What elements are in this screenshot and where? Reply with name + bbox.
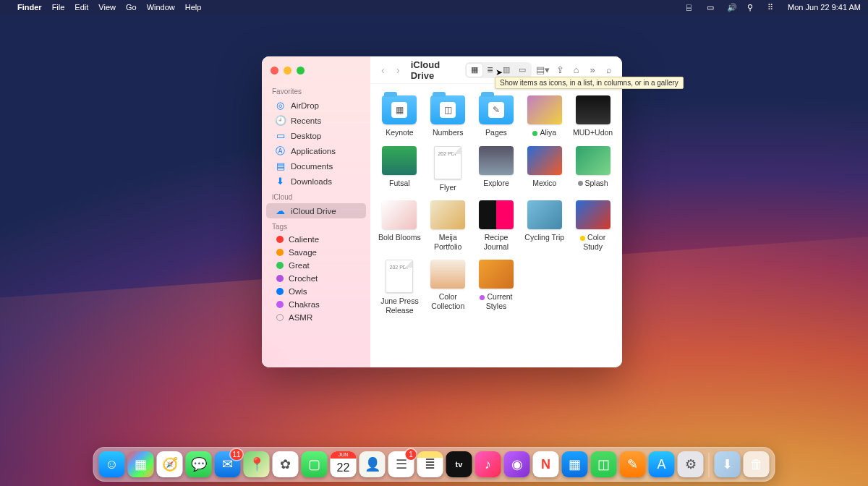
maximize-button[interactable]: [297, 67, 305, 74]
dock-safari[interactable]: 🧭: [157, 451, 183, 477]
file-item[interactable]: Color Study: [569, 199, 616, 252]
sidebar-item-desktop[interactable]: ▭Desktop: [266, 128, 366, 143]
tag-button[interactable]: ⌂: [570, 63, 582, 77]
file-item[interactable]: ◫Numbers: [425, 94, 472, 139]
forward-button[interactable]: ›: [393, 62, 404, 78]
dock-finder[interactable]: ☺: [99, 451, 125, 477]
dock-messages[interactable]: 💬: [186, 451, 212, 477]
gallery-view-button[interactable]: ▭: [514, 64, 530, 77]
dock-music[interactable]: ♪: [475, 451, 501, 477]
menu-go[interactable]: Go: [126, 3, 137, 12]
cloud-icon: ☁: [275, 205, 286, 216]
sidebar-item-great[interactable]: Great: [266, 259, 366, 272]
minimize-button[interactable]: [284, 67, 292, 74]
sidebar-item-caliente[interactable]: Caliente: [266, 233, 366, 246]
dock-facetime[interactable]: ▢: [302, 451, 328, 477]
sidebar-item-chakras[interactable]: Chakras: [266, 298, 366, 311]
icon-view-button[interactable]: ▦: [467, 64, 482, 77]
group-by-button[interactable]: ▤▾: [536, 63, 550, 77]
menubar-clock[interactable]: Mon Jun 22 9:41 AM: [788, 3, 861, 12]
back-button[interactable]: ‹: [378, 62, 388, 78]
file-item[interactable]: Mexico: [521, 145, 568, 194]
file-item[interactable]: Color Collection: [425, 258, 472, 316]
sidebar-item-applications[interactable]: ⒶApplications: [266, 143, 366, 158]
volume-icon[interactable]: 🔊: [727, 3, 737, 12]
contacts-icon: 👤: [365, 456, 380, 472]
dock-calendar[interactable]: JUN22: [331, 451, 357, 477]
dock-maps[interactable]: 📍: [244, 451, 270, 477]
sidebar-item-airdrop[interactable]: ◎AirDrop: [266, 98, 366, 113]
file-thumbnail: 202 PDF: [434, 146, 461, 179]
file-item[interactable]: MUD+Udon: [569, 94, 616, 139]
file-name: Keynote: [386, 128, 414, 137]
menu-help[interactable]: Help: [185, 3, 202, 12]
file-thumbnail: [479, 200, 514, 229]
sidebar-item-recents[interactable]: 🕘Recents: [266, 113, 366, 128]
dock-settings[interactable]: ⚙: [678, 451, 704, 477]
wifi-icon[interactable]: ⚲: [747, 3, 757, 12]
close-button[interactable]: [271, 67, 278, 74]
file-item[interactable]: Recipe Journal: [473, 199, 520, 252]
finder-sidebar: Favorites◎AirDrop🕘Recents▭DesktopⒶApplic…: [262, 56, 370, 367]
menu-file[interactable]: File: [52, 3, 65, 12]
dock-reminders[interactable]: ☰1: [388, 451, 414, 477]
dock-tv[interactable]: tv: [446, 451, 472, 477]
file-item[interactable]: Current Styles: [473, 258, 520, 316]
dock-mail[interactable]: ✉11: [215, 451, 241, 477]
file-item[interactable]: 202 PDFFlyer: [425, 145, 472, 194]
sidebar-item-downloads[interactable]: ⬇Downloads: [266, 174, 366, 189]
dock-notes[interactable]: ≣: [417, 451, 443, 477]
search-button[interactable]: ⌕: [603, 63, 615, 77]
facetime-icon: ▢: [308, 456, 320, 472]
app-name[interactable]: Finder: [17, 3, 42, 12]
dock-trash[interactable]: 🗑: [744, 451, 770, 477]
tag-dot-icon: [276, 288, 284, 295]
more-button[interactable]: »: [587, 63, 599, 77]
file-thumbnail: [576, 200, 610, 229]
file-item[interactable]: 202 PDFJune Press Release: [376, 258, 423, 316]
dock-keynote[interactable]: ▦: [562, 451, 588, 477]
folder-app-icon: ▦: [391, 102, 407, 118]
dock-news[interactable]: N: [533, 451, 559, 477]
file-item[interactable]: Cycling Trip: [521, 199, 568, 252]
file-item[interactable]: Bold Blooms: [376, 199, 423, 252]
status-dot-icon: [578, 181, 583, 186]
dock-launchpad[interactable]: ▦: [128, 451, 154, 477]
dock-numbers[interactable]: ◫: [591, 451, 617, 477]
sidebar-item-owls[interactable]: Owls: [266, 285, 366, 298]
sidebar-item-asmr[interactable]: ASMR: [266, 311, 366, 324]
sidebar-item-savage[interactable]: Savage: [266, 246, 366, 259]
file-thumbnail: [576, 95, 610, 124]
file-item[interactable]: Explore: [473, 145, 520, 194]
file-name-label: Explore: [483, 179, 509, 187]
file-item[interactable]: Futsal: [376, 145, 423, 194]
file-thumbnail: [527, 200, 562, 229]
file-thumbnail: [479, 260, 514, 289]
folder-app-icon: ◫: [440, 102, 456, 118]
dock-pages[interactable]: ✎: [620, 451, 646, 477]
menu-window[interactable]: Window: [147, 3, 175, 12]
sidebar-item-icloud-drive[interactable]: ☁iCloud Drive: [266, 203, 366, 218]
sidebar-item-label: ASMR: [289, 313, 312, 322]
file-item[interactable]: Aliya: [521, 94, 568, 139]
airplay-icon[interactable]: ⌸: [686, 3, 697, 12]
sidebar-item-crochet[interactable]: Crochet: [266, 272, 366, 285]
dock-contacts[interactable]: 👤: [359, 451, 386, 477]
file-item[interactable]: Meija Portfolio: [425, 199, 472, 252]
control-center-icon[interactable]: ⠿: [767, 3, 778, 12]
file-item[interactable]: ▦Keynote: [376, 94, 423, 139]
menu-view[interactable]: View: [98, 3, 116, 12]
file-item[interactable]: Splash: [569, 145, 616, 194]
share-button[interactable]: ⇪: [554, 63, 566, 77]
file-name-label: Futsal: [389, 179, 410, 187]
sidebar-item-label: Downloads: [291, 177, 332, 186]
dock-photos[interactable]: ✿: [273, 451, 299, 477]
dock-downloads[interactable]: ⬇: [715, 451, 741, 477]
menu-edit[interactable]: Edit: [75, 3, 88, 12]
file-item[interactable]: ✎Pages: [473, 94, 520, 139]
dock-appstore[interactable]: A: [649, 451, 675, 477]
sidebar-item-label: Owls: [289, 287, 307, 296]
display-icon[interactable]: ▭: [707, 3, 717, 12]
dock-podcasts[interactable]: ◉: [504, 451, 530, 477]
sidebar-item-documents[interactable]: ▤Documents: [266, 158, 366, 174]
